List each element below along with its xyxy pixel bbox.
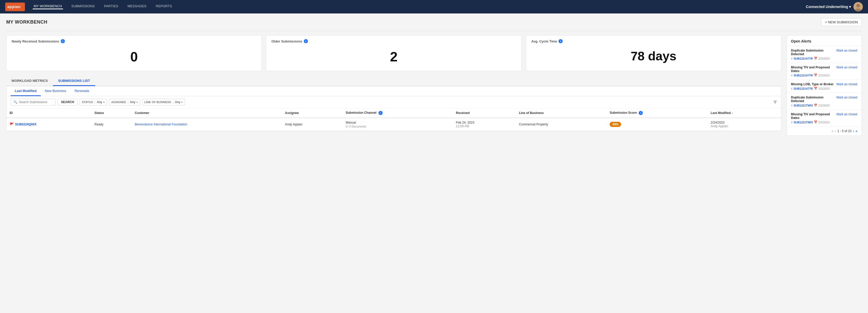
alerts-list: Duplicate Submission Detected # SUB12214… <box>787 46 862 127</box>
sub-tab-new-business[interactable]: New Business <box>41 86 70 96</box>
cell-id: 🚩 SUB0224Q00X <box>6 118 91 131</box>
pagination-first[interactable]: « <box>832 129 834 133</box>
avatar[interactable] <box>854 2 863 11</box>
logo-text: appian <box>5 3 25 11</box>
alert-info: Missing LOB, Type or Broker # SUB1221477… <box>791 82 834 90</box>
tab-workload-metrics[interactable]: WORKLOAD METRICS <box>6 76 53 86</box>
search-button[interactable]: SEARCH <box>58 99 78 105</box>
col-assignee: Assignee <box>282 108 342 118</box>
nav-submissions[interactable]: SUBMISSIONS <box>70 4 96 9</box>
pagination-prev[interactable]: ‹ <box>835 129 836 133</box>
sort-icon[interactable]: ↓ <box>732 111 733 115</box>
status-filter-label: STATUS <box>82 101 93 104</box>
alert-info: Duplicate Submission Detected # SUB1221T… <box>791 96 834 107</box>
col-last-modified: Last Modified ↓ <box>708 108 781 118</box>
nav-parties[interactable]: PARTIES <box>103 4 119 9</box>
col-lob: Line of Business <box>516 108 607 118</box>
svg-text:appian: appian <box>7 4 21 9</box>
alert-sub-link[interactable]: SUB1221477R <box>794 57 813 60</box>
customer-link[interactable]: Benevolence International Foundation <box>135 123 187 126</box>
score-info-icon[interactable]: i <box>639 111 643 115</box>
assignee-filter[interactable]: ASSIGNEE | Any ▾ <box>109 99 140 105</box>
sub-tab-last-modified[interactable]: Last Modified <box>11 86 41 96</box>
older-submissions-label: Older Submissions i <box>271 39 516 43</box>
alert-item: Duplicate Submission Detected # SUB12214… <box>787 46 862 63</box>
pagination-next[interactable]: › <box>853 129 854 133</box>
tab-submissions-list[interactable]: SUBMISSIONS LIST <box>53 76 95 86</box>
avg-cycle-time-label: Avg. Cycle Time i <box>531 39 776 43</box>
mark-as-closed-button[interactable]: Mark as closed <box>836 112 857 116</box>
sub-tab-renewals[interactable]: Renewals <box>70 86 93 96</box>
score-badge: 49% <box>610 122 621 127</box>
col-status: Status <box>91 108 131 118</box>
mark-as-closed-button[interactable]: Mark as closed <box>836 96 857 99</box>
main-tabs: WORKLOAD METRICS SUBMISSIONS LIST <box>6 76 781 86</box>
filters-row: 🔍 SEARCH STATUS | Any ▾ ASSIGNEE | Any <box>6 96 781 108</box>
status-filter[interactable]: STATUS | Any ▾ <box>80 99 107 105</box>
col-channel: Submission Channel i <box>342 108 453 118</box>
alerts-pagination: « ‹ 1 - 5 of 23 › » <box>787 127 862 136</box>
cell-received: Feb 24, 2023 11:00 AM <box>453 118 516 131</box>
assignee-filter-arrow: ▾ <box>136 101 138 104</box>
cell-status: Ready <box>91 118 131 131</box>
new-submission-button[interactable]: + NEW SUBMISSION <box>821 18 862 26</box>
pagination-last[interactable]: » <box>856 129 857 133</box>
mark-as-closed-button[interactable]: Mark as closed <box>836 66 857 69</box>
nav-messages[interactable]: MESSAGES <box>127 4 148 9</box>
app-logo[interactable]: appian <box>5 3 25 11</box>
older-submissions-card: Older Submissions i 2 <box>266 35 521 71</box>
nav-my-workbench[interactable]: MY WORKBENCH <box>33 4 63 9</box>
col-received: Received <box>453 108 516 118</box>
status-filter-arrow: ▾ <box>103 101 104 104</box>
left-col: Newly Received Submissions i 0 Older Sub… <box>6 35 781 136</box>
channel-info-icon[interactable]: i <box>378 111 383 115</box>
alert-sub-link[interactable]: SUB1221TWI3 <box>794 121 813 124</box>
stats-row: Newly Received Submissions i 0 Older Sub… <box>6 35 781 71</box>
alert-item: Missing TIV and Proposed Dates # SUB1221… <box>787 110 862 127</box>
mark-as-closed-button[interactable]: Mark as closed <box>836 82 857 86</box>
col-customer: Customer <box>131 108 282 118</box>
search-input[interactable] <box>19 100 53 104</box>
lob-filter-arrow: ▾ <box>181 101 183 104</box>
mark-as-closed-button[interactable]: Mark as closed <box>836 49 857 53</box>
alert-title: Missing TIV and Proposed Dates <box>791 66 834 73</box>
alert-sub-link[interactable]: SUB1221477R <box>794 74 813 77</box>
table-row: 🚩 SUB0224Q00X Ready Benevolence Internat… <box>6 118 781 131</box>
search-box: 🔍 <box>11 99 56 105</box>
cell-lob: Commercial Property <box>516 118 607 131</box>
alert-sub-link[interactable]: SUB1221TWI3 <box>794 104 813 107</box>
alert-meta: # SUB1221TWI3 📅 2/3/2023 <box>791 120 834 124</box>
alert-title: Duplicate Submission Detected <box>791 96 834 103</box>
filter-options-icon[interactable] <box>773 100 777 104</box>
submissions-table: ID Status Customer Assignee Submission C… <box>6 108 781 131</box>
submission-id-link[interactable]: 🚩 SUB0224Q00X <box>9 122 88 127</box>
lob-filter[interactable]: LINE OF BUSINESS | Any ▾ <box>142 99 185 105</box>
nav-links: MY WORKBENCH SUBMISSIONS PARTIES MESSAGE… <box>33 4 806 9</box>
page-header: MY WORKBENCH + NEW SUBMISSION <box>6 18 862 26</box>
alert-item: Missing TIV and Proposed Dates # SUB1221… <box>787 63 862 80</box>
nav-right: Connected Underwriting ▾ <box>806 2 863 11</box>
two-col-layout: Newly Received Submissions i 0 Older Sub… <box>6 35 862 136</box>
alert-sub-link[interactable]: SUB1221477R <box>794 87 813 90</box>
pagination-range: 1 - 5 of 23 <box>837 129 851 133</box>
newly-received-info-icon[interactable]: i <box>61 39 65 43</box>
right-col: Open Alerts Duplicate Submission Detecte… <box>786 35 862 136</box>
newly-received-card: Newly Received Submissions i 0 <box>6 35 262 71</box>
nav-reports[interactable]: REPORTS <box>155 4 173 9</box>
avg-cycle-time-value: 78 days <box>531 46 776 66</box>
alert-item: Duplicate Submission Detected # SUB1221T… <box>787 93 862 110</box>
svg-point-2 <box>856 4 860 7</box>
avg-cycle-time-info-icon[interactable]: i <box>559 39 563 43</box>
alert-title: Missing TIV and Proposed Dates <box>791 112 834 120</box>
avg-cycle-time-card: Avg. Cycle Time i 78 days <box>526 35 781 71</box>
cell-last-modified: 2/24/2023 Andy Appian <box>708 118 781 131</box>
search-icon: 🔍 <box>13 100 18 104</box>
sub-tabs-row: Last Modified New Business Renewals <box>6 86 781 96</box>
cell-assignee: Andy Appian <box>282 118 342 131</box>
alert-meta: # SUB1221TWI3 📅 2/3/2023 <box>791 104 834 107</box>
lob-filter-label: LINE OF BUSINESS <box>145 101 171 104</box>
main-content: MY WORKBENCH + NEW SUBMISSION Newly Rece… <box>0 13 868 140</box>
col-id: ID <box>6 108 91 118</box>
app-name[interactable]: Connected Underwriting ▾ <box>806 5 851 9</box>
older-submissions-info-icon[interactable]: i <box>304 39 308 43</box>
